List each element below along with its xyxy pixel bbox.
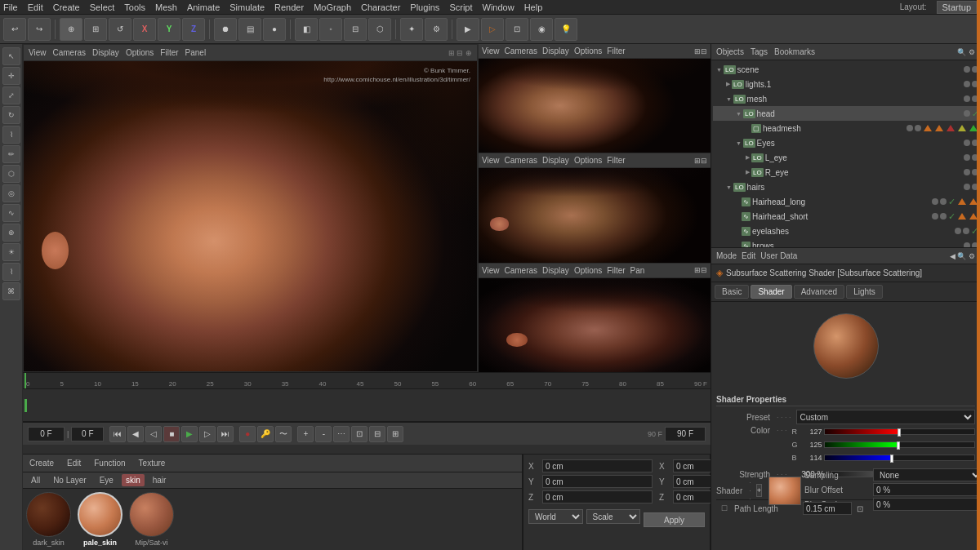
tool-render-to[interactable]: ⊡ — [506, 18, 528, 41]
btn-del-key[interactable]: - — [315, 426, 332, 442]
apply-button[interactable]: Apply — [644, 512, 705, 527]
main-vp-options[interactable]: Options — [126, 48, 154, 57]
frame-sub[interactable] — [71, 427, 104, 441]
menu-file[interactable]: File — [3, 2, 18, 12]
btn-motion[interactable]: 〜 — [275, 426, 292, 442]
tree-leye[interactable]: ▶ LO L_eye — [713, 150, 978, 165]
btn-stop[interactable]: ■ — [163, 426, 180, 442]
menu-character[interactable]: Character — [361, 2, 400, 12]
tool-point[interactable]: ◦ — [319, 18, 342, 41]
tool-polygon[interactable]: ⬡ — [368, 18, 391, 41]
material-ball-pale-skin[interactable] — [78, 492, 122, 537]
vp-tr-view[interactable]: View — [482, 47, 500, 55]
coord-scale-select[interactable]: Scale — [586, 509, 641, 524]
left-tool-nurbs[interactable]: ◎ — [2, 184, 20, 202]
material-pale-skin[interactable]: pale_skin — [78, 492, 122, 547]
vp-br-view[interactable]: View — [482, 266, 500, 275]
props-edit[interactable]: Edit — [742, 251, 755, 260]
menu-edit[interactable]: Edit — [28, 2, 43, 12]
vp-tr-filter[interactable]: Filter — [607, 47, 625, 55]
btn-prev-frame[interactable]: ◀ — [127, 426, 144, 442]
filter-skin[interactable]: skin — [122, 474, 145, 486]
main-vp-display[interactable]: Display — [92, 48, 119, 57]
left-tool-primitive[interactable]: ⬡ — [2, 165, 20, 183]
material-ball-mip[interactable] — [129, 492, 174, 537]
filter-no-layer[interactable]: No Layer — [48, 473, 91, 487]
tool-snap[interactable]: ✦ — [400, 18, 423, 41]
vp-br-pan[interactable]: Pan — [630, 266, 645, 275]
tool-record[interactable]: ● — [263, 18, 286, 41]
btn-key2[interactable]: ⊡ — [351, 426, 368, 442]
vp-br-cameras[interactable]: Cameras — [505, 266, 538, 275]
scene-menu-tags[interactable]: Tags — [751, 47, 768, 56]
left-tool-scale[interactable]: ⤢ — [2, 86, 20, 104]
btn-auto-key[interactable]: 🔑 — [257, 426, 274, 442]
tree-reye[interactable]: ▶ LO R_eye — [713, 165, 978, 180]
tool-axis-z[interactable]: Z — [182, 18, 205, 41]
btn-to-start[interactable]: ⏮ — [109, 426, 126, 442]
props-user-data[interactable]: User Data — [760, 251, 797, 260]
btn-play[interactable]: ▶ — [181, 426, 198, 442]
btn-add-key[interactable]: + — [297, 426, 314, 442]
tree-scene[interactable]: ▼ LO scene — [713, 62, 978, 77]
material-ball-dark-skin[interactable] — [26, 492, 71, 537]
btn-key4[interactable]: ⊞ — [387, 426, 403, 442]
left-tool-brush[interactable]: ⌘ — [2, 282, 20, 300]
coord-z-input[interactable] — [542, 490, 653, 503]
main-vp-panel[interactable]: Panel — [185, 48, 207, 57]
coord-world-select[interactable]: World — [528, 509, 583, 524]
blur-offset-input[interactable] — [873, 483, 980, 496]
tool-scale[interactable]: ⊞ — [84, 18, 107, 41]
material-dark-skin[interactable]: dark_skin — [26, 492, 71, 547]
tree-brows[interactable]: ▶ ∿ brows — [713, 238, 978, 247]
menu-plugins[interactable]: Plugins — [410, 2, 439, 12]
material-mip[interactable]: Mip/Sat-vi — [129, 492, 174, 547]
left-tool-spline[interactable]: ∿ — [2, 204, 20, 222]
menu-help[interactable]: Help — [524, 2, 543, 12]
vp-br-filter[interactable]: Filter — [607, 266, 625, 275]
left-tool-paint[interactable]: ✏ — [2, 145, 20, 163]
layer-tab-function[interactable]: Function — [91, 457, 128, 469]
main-viewport[interactable]: View Cameras Display Options Filter Pane… — [23, 44, 478, 372]
r-bar-bg[interactable] — [824, 428, 975, 435]
tool-render[interactable]: ▷ — [481, 18, 504, 41]
viewport-bot-right[interactable]: View Cameras Display Options Filter Pan … — [479, 264, 710, 372]
shader-tab-lights[interactable]: Lights — [846, 285, 883, 299]
btn-play-back[interactable]: ◁ — [145, 426, 162, 442]
vp-mr-content[interactable] — [479, 168, 710, 262]
coord-x-input[interactable] — [542, 459, 653, 472]
vp-mr-filter[interactable]: Filter — [607, 156, 625, 165]
menu-script[interactable]: Script — [449, 2, 472, 12]
filter-eye[interactable]: Eye — [95, 473, 118, 487]
tree-lights[interactable]: ▶ LO lights.1 — [713, 77, 978, 91]
btn-key-sel[interactable]: ⋯ — [333, 426, 350, 442]
g-bar-bg[interactable] — [824, 441, 975, 448]
sampling-select[interactable]: None — [873, 468, 980, 481]
btn-record[interactable]: ● — [239, 426, 256, 442]
filter-hair[interactable]: hair — [148, 473, 172, 487]
layer-tab-texture[interactable]: Texture — [136, 457, 169, 469]
left-tool-move[interactable]: ✛ — [2, 67, 20, 85]
shader-tab-advanced[interactable]: Advanced — [794, 285, 844, 299]
tool-settings[interactable]: ⚙ — [425, 18, 448, 41]
tool-rotate[interactable]: ↺ — [109, 18, 131, 41]
shader-tab-shader[interactable]: Shader — [751, 285, 791, 299]
left-tool-light2[interactable]: ☀ — [2, 243, 20, 261]
tool-timeline[interactable]: ▤ — [238, 18, 261, 41]
btn-next-frame[interactable]: ▷ — [199, 426, 216, 442]
layer-tab-edit[interactable]: Edit — [64, 457, 84, 469]
tool-keyframe[interactable]: ⏺ — [214, 18, 237, 41]
shader-add-btn[interactable]: + — [756, 484, 762, 497]
vp-br-content[interactable] — [479, 278, 710, 372]
left-tool-hair[interactable]: ⌇ — [2, 263, 20, 281]
main-viewport-content[interactable]: © Bunk Timmer.http://www.comichouse.nl/e… — [24, 61, 477, 371]
tool-edge[interactable]: ⊟ — [344, 18, 367, 41]
btn-key3[interactable]: ⊟ — [369, 426, 385, 442]
left-tool-select[interactable]: ↖ — [2, 47, 20, 65]
vp-tr-content[interactable] — [479, 59, 710, 153]
vp-mr-view[interactable]: View — [482, 156, 500, 165]
left-tool-rotate[interactable]: ↻ — [2, 106, 20, 124]
left-tool-camera[interactable]: ⊕ — [2, 224, 20, 242]
menu-mograph[interactable]: MoGraph — [314, 2, 351, 12]
tool-light[interactable]: 💡 — [555, 18, 577, 41]
